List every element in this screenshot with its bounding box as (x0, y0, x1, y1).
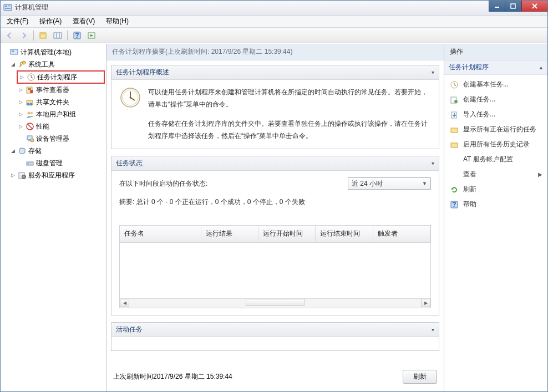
actions-section-header[interactable]: 任务计划程序 ▲ (444, 60, 548, 75)
refresh-button[interactable]: 刷新 (403, 370, 437, 384)
disk-mgmt-icon (26, 159, 34, 167)
run-button[interactable] (85, 29, 98, 42)
menu-file[interactable]: 文件(F) (3, 16, 32, 27)
tree-event-viewer[interactable]: ▷ 事件查看器 (17, 84, 105, 96)
minimize-button[interactable] (489, 0, 505, 12)
col-task-name[interactable]: 任务名 (120, 226, 201, 242)
actions-pane: 操作 任务计划程序 ▲ 创建基本任务... 创建任务... 导入任务... 显示… (444, 44, 548, 391)
properties-button[interactable] (37, 29, 49, 42)
tree-toggle[interactable]: ▷ (19, 74, 25, 80)
svg-rect-3 (8, 7, 11, 7)
svg-rect-6 (511, 4, 515, 8)
help-button[interactable]: ? (71, 29, 83, 42)
menu-action[interactable]: 操作(A) (36, 16, 65, 27)
svg-rect-35 (27, 162, 29, 165)
scroll-left-button[interactable]: ◀ (120, 299, 129, 307)
time-range-dropdown[interactable]: 近 24 小时 ▼ (348, 177, 431, 190)
action-at-account-config[interactable]: AT 服务帐户配置 (444, 152, 548, 167)
tree-toggle[interactable]: ◢ (10, 62, 16, 68)
action-create-basic-task[interactable]: 创建基本任务... (444, 77, 548, 92)
clock-icon (450, 80, 459, 89)
overview-text-2: 任务存储在任务计划程序库的文件夹中。若要查看单独任务上的操作或执行该操作，请在任… (148, 118, 431, 142)
tree-performance[interactable]: ▷ 性能 (17, 120, 105, 133)
status-panel-header[interactable]: 任务状态 ▾ (111, 156, 439, 171)
maximize-button[interactable] (505, 0, 521, 12)
horizontal-scrollbar[interactable]: ◀ ▶ (120, 298, 430, 308)
svg-text:?: ? (452, 201, 456, 208)
table-header: 任务名 运行结果 运行开始时间 运行结束时间 触发者 (120, 226, 430, 243)
tree-pane: ▷ 计算机管理(本地) ◢ 系统工具 (0, 44, 106, 391)
svg-point-44 (454, 100, 458, 103)
forward-button[interactable] (18, 29, 30, 42)
col-run-end[interactable]: 运行结束时间 (316, 226, 373, 242)
col-triggered-by[interactable]: 触发者 (373, 226, 430, 242)
tree-toggle[interactable]: ▷ (18, 99, 24, 105)
svg-point-17 (22, 61, 26, 64)
computer-mgmt-icon (10, 48, 19, 57)
close-button[interactable] (521, 0, 548, 12)
svg-rect-0 (4, 4, 12, 11)
clock-icon (27, 73, 35, 82)
last-refresh-text: 上次刷新时间2017/9/26 星期二 15:39:44 (113, 372, 232, 381)
back-button[interactable] (3, 29, 16, 42)
panes-button[interactable] (52, 29, 64, 42)
scroll-track[interactable] (129, 299, 421, 307)
action-help[interactable]: ? 帮助 (444, 197, 548, 212)
window-title: 计算机管理 (15, 3, 48, 12)
svg-rect-49 (451, 142, 454, 144)
panel-title: 活动任务 (116, 325, 143, 334)
bottom-row: 上次刷新时间2017/9/26 星期二 15:39:44 刷新 (106, 364, 444, 391)
tree-services-apps[interactable]: ▷ 服务和应用程序 (9, 169, 105, 181)
toolbar: ? (0, 28, 548, 43)
toolbar-separator (33, 30, 34, 40)
summary-line: 摘要: 总计 0 个 - 0 个正在运行，0 个成功，0 个停止，0 个失败 (119, 196, 431, 208)
action-show-running-tasks[interactable]: 显示所有正在运行的任务 (444, 122, 548, 137)
active-tasks-panel: 活动任务 ▾ (111, 322, 439, 351)
action-create-task[interactable]: 创建任务... (444, 92, 548, 107)
center-header: 任务计划程序摘要(上次刷新时间: 2017/9/26 星期二 15:39:44) (106, 44, 444, 60)
refresh-icon (450, 185, 459, 194)
svg-point-24 (27, 103, 30, 106)
scroll-right-button[interactable]: ▶ (421, 299, 430, 307)
tree-shared-folders[interactable]: ▷ 共享文件夹 (17, 96, 105, 108)
tree-system-tools[interactable]: ◢ 系统工具 (9, 58, 105, 70)
action-import-task[interactable]: 导入任务... (444, 107, 548, 122)
titlebar: 计算机管理 (0, 0, 548, 16)
actions-section-title: 任务计划程序 (449, 63, 489, 72)
main-area: ▷ 计算机管理(本地) ◢ 系统工具 (0, 43, 548, 391)
menu-help[interactable]: 帮助(H) (103, 16, 132, 27)
tree-disk-mgmt[interactable]: ▷ 磁盘管理 (17, 157, 105, 169)
action-enable-history[interactable]: 启用所有任务历史记录 (444, 137, 548, 152)
scroll-thumb[interactable] (246, 299, 304, 306)
tree-toggle[interactable]: ▷ (18, 87, 24, 93)
device-manager-icon (26, 134, 34, 143)
action-refresh[interactable]: 刷新 (444, 182, 548, 197)
col-run-start[interactable]: 运行开始时间 (258, 226, 316, 242)
overview-panel-header[interactable]: 任务计划程序概述 ▾ (111, 65, 439, 80)
tree-toggle[interactable]: ▷ (18, 124, 24, 130)
tree-root[interactable]: ▷ 计算机管理(本地) (1, 46, 105, 58)
tree-storage[interactable]: ◢ 存储 (9, 145, 105, 157)
svg-rect-4 (5, 8, 11, 9)
col-run-result[interactable]: 运行结果 (201, 226, 258, 242)
tree-toggle[interactable]: ◢ (10, 148, 16, 154)
panel-title: 任务计划程序概述 (116, 68, 169, 77)
tree-device-manager[interactable]: ▷ 设备管理器 (17, 133, 105, 145)
svg-rect-15 (11, 49, 18, 54)
tree-local-users-groups[interactable]: ▷ 本地用户和组 (17, 108, 105, 120)
status-panel-body: 在以下时间段启动的任务状态: 近 24 小时 ▼ 摘要: 总计 0 个 - 0 … (111, 171, 439, 315)
active-tasks-header[interactable]: 活动任务 ▾ (111, 323, 439, 337)
center-body: 任务计划程序概述 ▾ 可以使用任务计划程序来创建和管理计算机将在所指定的时间自动… (106, 60, 444, 364)
center-pane: 任务计划程序摘要(上次刷新时间: 2017/9/26 星期二 15:39:44)… (106, 44, 444, 391)
tree-toggle[interactable]: ▷ (10, 172, 16, 179)
menu-view[interactable]: 查看(V) (69, 16, 98, 27)
nav-tree[interactable]: ▷ 计算机管理(本地) ◢ 系统工具 (1, 46, 105, 181)
shared-folders-icon (26, 98, 34, 106)
help-icon: ? (450, 200, 459, 209)
menubar: 文件(F) 操作(A) 查看(V) 帮助(H) (0, 16, 548, 28)
tree-toggle[interactable]: ▷ (18, 111, 24, 118)
import-icon (450, 110, 459, 119)
tree-task-scheduler[interactable]: ▷ 任务计划程序 (17, 70, 105, 84)
window-controls (489, 0, 548, 12)
action-view[interactable]: 查看 ▶ (444, 167, 548, 182)
